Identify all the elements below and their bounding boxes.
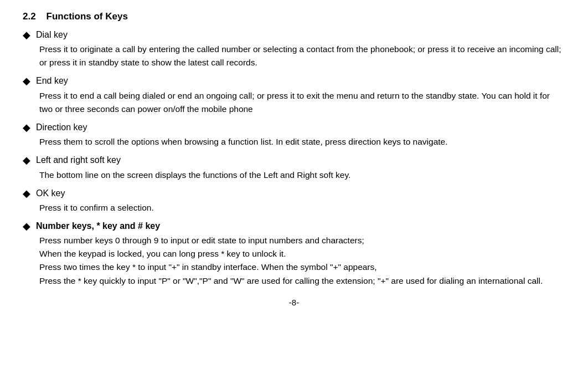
key-description: The bottom line on the screen displays t…	[39, 168, 565, 182]
key-header: ◆Left and right soft key	[23, 154, 565, 167]
key-name: End key	[36, 75, 68, 87]
key-header: ◆Direction key	[23, 121, 565, 134]
key-header: ◆Dial key	[23, 29, 565, 42]
page-content: 2.2 Functions of Keys ◆Dial keyPress it …	[23, 11, 565, 307]
key-name: Dial key	[36, 29, 68, 41]
key-header: ◆Number keys, * key and # key	[23, 220, 565, 233]
bullet-icon: ◆	[23, 121, 30, 134]
key-item: ◆OK keyPress it to confirm a selection.	[23, 187, 565, 215]
key-description: Press them to scroll the options when br…	[39, 135, 565, 149]
key-header: ◆End key	[23, 75, 565, 88]
key-header: ◆OK key	[23, 187, 565, 200]
page-number: -8-	[23, 298, 565, 307]
key-item: ◆Left and right soft keyThe bottom line …	[23, 154, 565, 181]
key-description: Press it to originate a call by entering…	[39, 43, 565, 69]
key-item: ◆Direction keyPress them to scroll the o…	[23, 121, 565, 149]
key-description: Press number keys 0 through 9 to input o…	[39, 234, 565, 287]
key-description: Press it to confirm a selection.	[39, 201, 565, 215]
key-name: OK key	[36, 187, 65, 200]
keys-list: ◆Dial keyPress it to originate a call by…	[23, 29, 565, 288]
key-item: ◆Dial keyPress it to originate a call by…	[23, 29, 565, 69]
key-item: ◆End keyPress it to end a call being dia…	[23, 75, 565, 115]
bullet-icon: ◆	[23, 187, 30, 200]
bullet-icon: ◆	[23, 154, 30, 167]
section-number: 2.2	[23, 11, 36, 22]
bullet-icon: ◆	[23, 29, 30, 42]
key-description: Press it to end a call being dialed or e…	[39, 89, 565, 116]
section-title: 2.2 Functions of Keys	[23, 11, 565, 22]
key-name: Left and right soft key	[36, 154, 121, 166]
section-heading: Functions of Keys	[47, 11, 128, 22]
key-item: ◆Number keys, * key and # keyPress numbe…	[23, 220, 565, 287]
key-name: Direction key	[36, 121, 87, 134]
key-name: Number keys, * key and # key	[36, 220, 160, 232]
bullet-icon: ◆	[23, 220, 30, 233]
bullet-icon: ◆	[23, 75, 30, 88]
